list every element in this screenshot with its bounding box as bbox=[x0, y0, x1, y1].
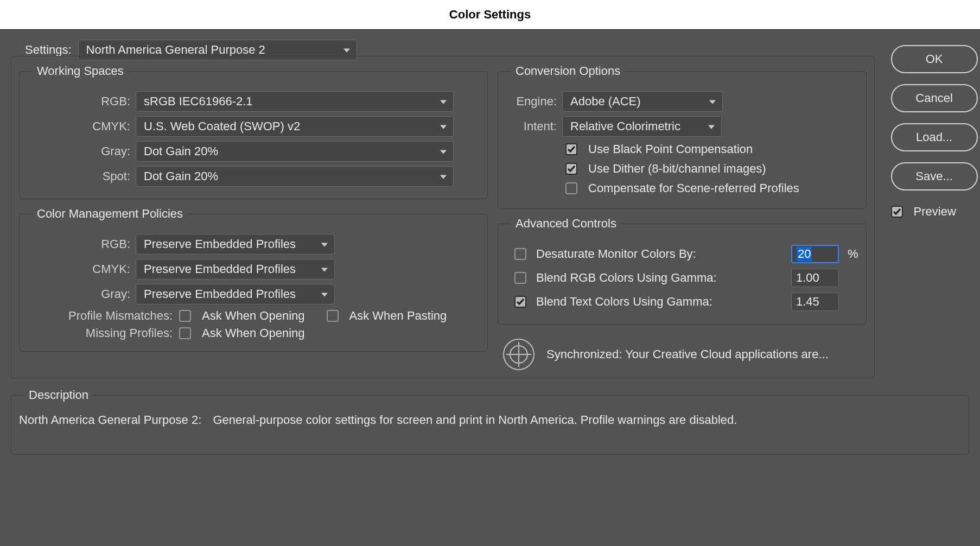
blend-rgb-value: 1.00 bbox=[796, 271, 819, 285]
load-button[interactable]: Load... bbox=[891, 123, 978, 151]
blend-rgb-checkbox[interactable] bbox=[514, 272, 526, 284]
save-button[interactable]: Save... bbox=[891, 162, 978, 191]
missing-open-checkbox[interactable] bbox=[179, 327, 191, 339]
ws-rgb-value: sRGB IEC61966-2.1 bbox=[144, 94, 253, 109]
chevron-down-icon bbox=[321, 243, 328, 247]
ws-gray-label: Gray: bbox=[27, 144, 136, 158]
advanced-group: Advanced Controls Desaturate Monitor Col… bbox=[498, 217, 867, 325]
scene-label: Compensate for Scene-referred Profiles bbox=[588, 181, 799, 195]
chevron-down-icon bbox=[440, 100, 447, 104]
dialog-title: Color Settings bbox=[0, 0, 980, 30]
blend-text-label: Blend Text Colors Using Gamma: bbox=[536, 295, 791, 309]
chevron-down-icon bbox=[708, 125, 715, 129]
ws-gray-value: Dot Gain 20% bbox=[144, 144, 218, 158]
pol-cmyk-label: CMYK: bbox=[27, 262, 136, 276]
desaturate-input[interactable]: 20 bbox=[791, 245, 839, 263]
ws-rgb-label: RGB: bbox=[27, 94, 136, 109]
chevron-down-icon bbox=[709, 100, 716, 104]
conv-engine-label: Engine: bbox=[506, 94, 562, 109]
ws-spot-value: Dot Gain 20% bbox=[144, 169, 218, 183]
black-point-checkbox[interactable] bbox=[565, 143, 577, 155]
settings-value: North America General Purpose 2 bbox=[86, 43, 265, 57]
working-spaces-group: Working Spaces RGB: sRGB IEC61966-2.1 CM… bbox=[19, 64, 488, 199]
chevron-down-icon bbox=[321, 268, 328, 272]
pol-rgb-select[interactable]: Preserve Embedded Profiles bbox=[136, 234, 335, 255]
pol-rgb-label: RGB: bbox=[27, 237, 136, 251]
percent-symbol: % bbox=[848, 247, 858, 261]
ws-spot-select[interactable]: Dot Gain 20% bbox=[136, 166, 454, 187]
policies-group: Color Management Policies RGB: Preserve … bbox=[19, 207, 488, 352]
dither-checkbox[interactable] bbox=[565, 163, 577, 175]
policies-legend: Color Management Policies bbox=[33, 207, 187, 221]
blend-text-value: 1.45 bbox=[796, 295, 819, 309]
pol-rgb-value: Preserve Embedded Profiles bbox=[144, 237, 296, 251]
chevron-down-icon bbox=[440, 175, 447, 179]
pol-gray-select[interactable]: Preserve Embedded Profiles bbox=[136, 284, 335, 304]
ok-button[interactable]: OK bbox=[891, 45, 978, 73]
ws-cmyk-label: CMYK: bbox=[27, 119, 136, 134]
description-group: Description North America General Purpos… bbox=[11, 388, 969, 455]
conversion-group: Conversion Options Engine: Adobe (ACE) I… bbox=[498, 64, 867, 209]
cancel-button[interactable]: Cancel bbox=[891, 84, 978, 112]
conv-intent-label: Intent: bbox=[506, 119, 562, 134]
pol-cmyk-select[interactable]: Preserve Embedded Profiles bbox=[136, 259, 335, 280]
chevron-down-icon bbox=[321, 293, 328, 297]
conversion-legend: Conversion Options bbox=[511, 64, 625, 78]
blend-rgb-input[interactable]: 1.00 bbox=[791, 269, 839, 287]
blend-text-checkbox[interactable] bbox=[514, 296, 526, 308]
conv-engine-select[interactable]: Adobe (ACE) bbox=[562, 91, 723, 112]
blend-rgb-label: Blend RGB Colors Using Gamma: bbox=[536, 271, 791, 285]
missing-open-label: Ask When Opening bbox=[202, 326, 305, 340]
description-legend: Description bbox=[24, 388, 93, 402]
chevron-down-icon bbox=[440, 125, 447, 129]
missing-profiles-label: Missing Profiles: bbox=[27, 326, 179, 340]
preview-checkbox[interactable] bbox=[891, 206, 903, 218]
blend-text-input[interactable]: 1.45 bbox=[791, 293, 839, 311]
ws-gray-select[interactable]: Dot Gain 20% bbox=[136, 141, 454, 162]
mismatch-paste-label: Ask When Pasting bbox=[349, 309, 447, 323]
description-body: General-purpose color settings for scree… bbox=[213, 413, 737, 427]
ws-cmyk-value: U.S. Web Coated (SWOP) v2 bbox=[144, 119, 300, 134]
black-point-label: Use Black Point Compensation bbox=[588, 142, 753, 156]
pol-cmyk-value: Preserve Embedded Profiles bbox=[144, 262, 296, 276]
main-panel: Working Spaces RGB: sRGB IEC61966-2.1 CM… bbox=[11, 56, 875, 378]
chevron-down-icon bbox=[343, 49, 350, 53]
preview-label: Preview bbox=[914, 205, 956, 219]
ws-rgb-select[interactable]: sRGB IEC61966-2.1 bbox=[136, 91, 454, 112]
mismatch-open-label: Ask When Opening bbox=[202, 309, 305, 323]
advanced-legend: Advanced Controls bbox=[511, 217, 621, 231]
conv-intent-value: Relative Colorimetric bbox=[570, 119, 680, 134]
settings-label: Settings: bbox=[25, 43, 72, 57]
conv-intent-select[interactable]: Relative Colorimetric bbox=[562, 116, 722, 137]
desaturate-label: Desaturate Monitor Colors By: bbox=[536, 247, 791, 261]
sync-status-text: Synchronized: Your Creative Cloud applic… bbox=[546, 347, 829, 361]
profile-mismatches-label: Profile Mismatches: bbox=[27, 309, 179, 323]
scene-checkbox[interactable] bbox=[565, 182, 577, 194]
desaturate-value: 20 bbox=[797, 247, 812, 261]
description-title: North America General Purpose 2: bbox=[19, 413, 201, 427]
desaturate-checkbox[interactable] bbox=[514, 248, 526, 260]
mismatch-open-checkbox[interactable] bbox=[179, 310, 191, 322]
ws-spot-label: Spot: bbox=[27, 169, 136, 183]
conv-engine-value: Adobe (ACE) bbox=[570, 94, 641, 109]
dither-label: Use Dither (8-bit/channel images) bbox=[588, 162, 766, 176]
working-spaces-legend: Working Spaces bbox=[33, 64, 128, 78]
mismatch-paste-checkbox[interactable] bbox=[327, 310, 339, 322]
sync-target-icon bbox=[503, 339, 534, 370]
pol-gray-value: Preserve Embedded Profiles bbox=[144, 287, 296, 301]
ws-cmyk-select[interactable]: U.S. Web Coated (SWOP) v2 bbox=[136, 116, 454, 137]
pol-gray-label: Gray: bbox=[27, 287, 136, 301]
chevron-down-icon bbox=[440, 150, 447, 154]
